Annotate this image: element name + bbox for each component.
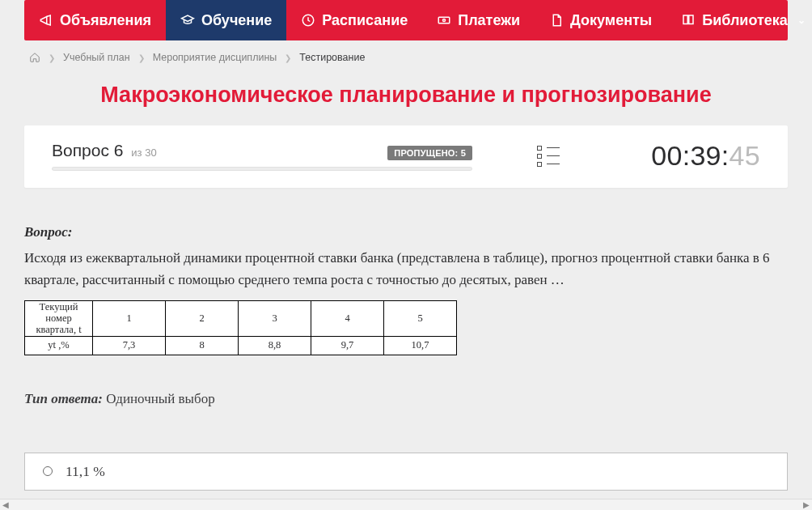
book-icon — [681, 13, 696, 28]
answers-list: 11,1 % — [24, 453, 788, 504]
megaphone-icon — [39, 13, 53, 28]
page-title: Макроэкономическое планирование и прогно… — [24, 83, 788, 108]
table-cell: 3 — [239, 301, 311, 337]
skipped-badge: ПРОПУЩЕНО: 5 — [387, 146, 472, 160]
scroll-track[interactable] — [11, 501, 801, 509]
nav-announcements[interactable]: Объявления — [24, 0, 166, 40]
chevron-right-icon: ❯ — [285, 53, 291, 62]
scroll-left-icon[interactable]: ◀ — [2, 500, 9, 509]
table-cell: 8,8 — [239, 337, 311, 355]
scroll-right-icon[interactable]: ▶ — [803, 500, 810, 509]
breadcrumb-link[interactable]: Учебный план — [63, 52, 130, 63]
clock-icon — [301, 13, 315, 28]
chevron-right-icon: ❯ — [49, 53, 55, 62]
table-cell: 10,7 — [384, 337, 457, 355]
nav-documents[interactable]: Документы — [535, 0, 666, 40]
radio-icon[interactable] — [43, 466, 53, 476]
timer: 00:39:45 — [651, 140, 760, 172]
nav-library[interactable]: Библиотека ⌄ — [666, 0, 812, 40]
nav-label: Платежи — [458, 12, 520, 29]
question-block: Вопрос: Исходя из ежеквартальной динамик… — [24, 222, 788, 355]
nav-label: Расписание — [322, 12, 408, 29]
nav-education[interactable]: Обучение — [166, 0, 286, 40]
nav-label: Библиотека — [702, 12, 788, 29]
breadcrumb: ❯ Учебный план ❯ Мероприятие дисциплины … — [24, 40, 788, 70]
main-nav: Объявления Обучение Расписание Платежи Д… — [24, 0, 788, 40]
nav-label: Документы — [570, 12, 652, 29]
table-cell: 7,3 — [93, 337, 166, 355]
table-cell: 9,7 — [311, 337, 384, 355]
progress-bar — [52, 167, 472, 171]
table-cell: 2 — [166, 301, 239, 337]
nav-label: Обучение — [201, 12, 272, 29]
question-table: Текущий номер квартала, t 1 2 3 4 5 yt ,… — [24, 300, 457, 355]
question-text: Исходя из ежеквартальной динамики процен… — [24, 248, 788, 291]
table-cell: 8 — [166, 337, 239, 355]
answer-type: Тип ответа: Одиночный выбор — [24, 391, 788, 407]
table-cell: 1 — [93, 301, 166, 337]
question-list-icon[interactable] — [537, 146, 560, 167]
chevron-down-icon: ⌄ — [797, 15, 806, 26]
svg-point-2 — [443, 19, 446, 22]
nav-payments[interactable]: Платежи — [422, 0, 535, 40]
horizontal-scrollbar[interactable]: ◀ ▶ — [0, 499, 812, 510]
table-cell: 4 — [311, 301, 384, 337]
home-icon[interactable] — [29, 52, 40, 63]
test-status-card: Вопрос 6 из 30 ПРОПУЩЕНО: 5 00:39:45 — [24, 125, 788, 188]
chevron-right-icon: ❯ — [138, 53, 145, 62]
question-counter: Вопрос 6 из 30 — [52, 141, 157, 160]
table-cell: 5 — [384, 301, 457, 337]
question-label: Вопрос: — [24, 222, 788, 243]
breadcrumb-link[interactable]: Мероприятие дисциплины — [153, 52, 277, 63]
breadcrumb-current: Тестирование — [299, 52, 365, 63]
graduation-cap-icon — [180, 13, 195, 28]
answer-label: 11,1 % — [66, 463, 105, 480]
nav-label: Объявления — [60, 12, 151, 29]
table-header: Текущий номер квартала, t — [25, 301, 93, 337]
banknote-icon — [437, 13, 451, 28]
nav-schedule[interactable]: Расписание — [286, 0, 422, 40]
document-icon — [549, 13, 564, 28]
answer-option[interactable]: 11,1 % — [24, 453, 788, 491]
svg-rect-1 — [438, 17, 450, 23]
table-header: yt ,% — [25, 337, 93, 355]
